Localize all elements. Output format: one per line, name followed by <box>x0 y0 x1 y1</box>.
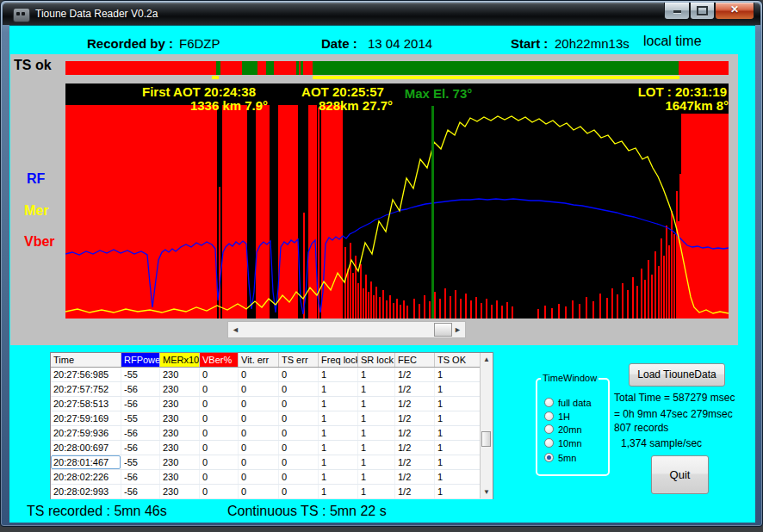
radio-icon[interactable] <box>544 438 554 448</box>
table-cell[interactable]: 0 <box>200 485 239 498</box>
table-row[interactable]: 20:27:59:936-56230000111/21 <box>51 426 493 441</box>
table-row[interactable]: 20:28:02:226-56230000111/21 <box>51 470 493 485</box>
table-cell[interactable]: 1 <box>358 485 395 498</box>
table-cell[interactable]: 0 <box>239 441 279 455</box>
table-cell[interactable]: 20:27:56:985 <box>51 368 121 381</box>
table-cell[interactable]: 1/2 <box>395 411 435 425</box>
column-header-time[interactable]: Time <box>51 353 121 367</box>
table-cell[interactable]: 1/2 <box>395 426 435 440</box>
table-cell[interactable]: 230 <box>160 426 200 440</box>
chart-horizontal-scrollbar[interactable]: ◄ ► <box>227 321 466 338</box>
table-cell[interactable]: 0 <box>239 455 279 469</box>
column-header-merx10[interactable]: MERx10 <box>160 353 200 367</box>
quit-button[interactable]: Quit <box>651 455 709 494</box>
table-cell[interactable]: 1 <box>435 470 481 484</box>
maximize-button[interactable] <box>690 3 715 20</box>
column-header-sr-lock[interactable]: SR lock <box>358 353 395 367</box>
table-cell[interactable]: 20:27:58:513 <box>51 397 121 411</box>
table-cell[interactable]: -56 <box>121 441 160 455</box>
table-row[interactable]: 20:28:00:697-56230000111/21 <box>51 441 493 455</box>
table-cell[interactable]: 1 <box>435 485 481 498</box>
table-row[interactable]: 20:27:57:752-56230000111/21 <box>51 382 493 397</box>
table-cell[interactable]: 1 <box>358 397 395 411</box>
table-cell[interactable]: 20:27:59:936 <box>51 426 121 440</box>
table-cell[interactable]: 1 <box>435 368 481 381</box>
table-cell[interactable]: 0 <box>279 485 319 498</box>
column-header-freq-lock[interactable]: Freq lock <box>319 353 358 367</box>
table-cell[interactable]: -55 <box>121 455 160 469</box>
table-cell[interactable]: 230 <box>160 411 200 425</box>
radio-option-10mn[interactable]: 10mn <box>544 437 582 448</box>
table-cell[interactable]: 1 <box>319 382 358 396</box>
radio-icon[interactable] <box>544 398 554 407</box>
table-cell[interactable]: 20:28:00:697 <box>51 441 121 455</box>
title-bar[interactable]: Tioune Data Reader V0.2a ✕ <box>3 3 760 25</box>
table-cell[interactable]: -55 <box>121 368 160 381</box>
table-cell[interactable]: 0 <box>200 441 239 455</box>
table-row[interactable]: 20:27:58:513-56230000111/21 <box>51 397 493 411</box>
table-cell[interactable]: 1 <box>435 426 481 440</box>
table-cell[interactable]: 1 <box>319 441 358 455</box>
column-header-fec[interactable]: FEC <box>395 353 435 367</box>
table-cell[interactable]: 230 <box>160 397 200 411</box>
table-cell[interactable]: 1 <box>435 441 481 455</box>
table-cell[interactable]: 1 <box>435 397 481 411</box>
chart-scrollbar-thumb[interactable] <box>434 323 452 337</box>
table-row[interactable]: 20:27:56:985-55230000111/21 <box>51 368 493 382</box>
table-cell[interactable]: 0 <box>200 411 239 425</box>
table-row[interactable]: 20:28:01:467-55230000111/21 <box>51 455 493 470</box>
scroll-right-arrow-icon[interactable]: ► <box>450 322 465 337</box>
table-cell[interactable]: 1 <box>319 470 358 484</box>
table-cell[interactable]: 1 <box>358 411 395 425</box>
minimize-button[interactable] <box>664 3 690 20</box>
table-cell[interactable]: 20:28:02:226 <box>51 470 121 484</box>
scroll-down-arrow-icon[interactable]: ▼ <box>481 486 493 498</box>
table-cell[interactable]: 0 <box>200 368 239 381</box>
table-cell[interactable]: -56 <box>121 485 160 498</box>
table-cell[interactable]: 0 <box>200 455 239 469</box>
table-cell[interactable]: 1/2 <box>395 397 435 411</box>
table-cell[interactable]: 0 <box>200 397 239 411</box>
table-cell[interactable]: 0 <box>239 397 279 411</box>
table-cell[interactable]: 0 <box>239 368 279 381</box>
scroll-up-arrow-icon[interactable]: ▲ <box>481 353 493 366</box>
table-cell[interactable]: 0 <box>200 470 239 484</box>
radio-selected-icon[interactable] <box>544 453 554 462</box>
table-cell[interactable]: 0 <box>200 426 239 440</box>
table-cell[interactable]: 1 <box>319 485 358 498</box>
table-cell[interactable]: 230 <box>160 382 200 396</box>
table-cell[interactable]: 1/2 <box>395 441 435 455</box>
radio-option-1H[interactable]: 1H <box>544 411 570 422</box>
table-cell[interactable]: 1/2 <box>395 470 435 484</box>
table-cell[interactable]: 0 <box>239 470 279 484</box>
table-cell[interactable]: 1 <box>358 382 395 396</box>
table-cell[interactable]: -56 <box>121 426 160 440</box>
table-cell[interactable]: 0 <box>279 470 319 484</box>
table-cell[interactable]: 1 <box>435 382 481 396</box>
table-cell[interactable]: 1 <box>435 411 481 425</box>
column-header-vit-err[interactable]: Vit. err <box>239 353 279 367</box>
table-cell[interactable]: 0 <box>279 368 319 381</box>
table-cell[interactable]: 20:27:59:169 <box>51 411 121 425</box>
radio-icon[interactable] <box>544 424 554 434</box>
table-cell[interactable]: -56 <box>121 470 160 484</box>
table-cell[interactable]: 230 <box>160 441 200 455</box>
table-vertical-scrollbar[interactable]: ▲ ▼ <box>480 353 493 498</box>
radio-icon[interactable] <box>544 411 554 421</box>
table-cell[interactable]: 1 <box>319 426 358 440</box>
selected-cell[interactable]: 20:28:01:467 <box>51 455 121 469</box>
radio-option-20mn[interactable]: 20mn <box>544 424 582 435</box>
table-row[interactable]: 20:28:02:993-56230000111/21 <box>51 485 493 499</box>
table-cell[interactable]: 230 <box>160 455 200 469</box>
table-cell[interactable]: 0 <box>200 382 239 396</box>
table-cell[interactable]: 1 <box>319 455 358 469</box>
table-cell[interactable]: 0 <box>279 411 319 425</box>
close-button[interactable]: ✕ <box>715 3 754 20</box>
table-cell[interactable]: 0 <box>279 426 319 440</box>
table-cell[interactable]: 230 <box>160 485 200 498</box>
scroll-left-arrow-icon[interactable]: ◄ <box>228 322 243 337</box>
column-header-vber-[interactable]: VBer% <box>200 353 239 367</box>
table-cell[interactable]: 1 <box>358 368 395 381</box>
table-cell[interactable]: 0 <box>239 485 279 498</box>
column-header-ts-ok[interactable]: TS OK <box>435 353 481 367</box>
